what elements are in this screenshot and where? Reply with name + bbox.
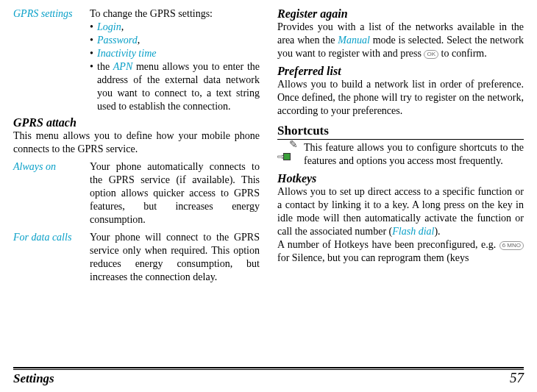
shortcut-icon: ✎ ⇨: [277, 141, 298, 162]
key-6-icon: 6 MNO: [499, 241, 524, 250]
for-data-desc: Your phone will connect to the GPRS serv…: [90, 231, 260, 284]
hotkeys-p2a: A number of Hotkeys have been preconfigu…: [277, 239, 499, 250]
apn-pre: the: [97, 61, 113, 72]
register-body: Provides you with a list of the networks…: [277, 21, 524, 60]
arrow-icon: ⇨: [277, 152, 285, 162]
hotkeys-p2: A number of Hotkeys have been preconfigu…: [277, 238, 524, 265]
bullet-apn: the APN menu allows you to enter the add…: [90, 60, 260, 113]
bullet-inactivity: Inactivity time: [90, 47, 260, 60]
inactivity-label: Inactivity time: [97, 48, 156, 59]
page-footer: Settings 57: [0, 370, 537, 386]
left-column: GPRS settings To change the GPRS setting…: [13, 7, 260, 285]
gprs-attach-heading: GPRS attach: [13, 116, 260, 129]
gprs-settings-row: GPRS settings To change the GPRS setting…: [13, 7, 260, 113]
gprs-settings-desc: To change the GPRS settings: Login, Pass…: [90, 7, 260, 113]
hotkeys-p1: Allows you to set up direct access to a …: [277, 185, 524, 238]
bullet-password: Password,: [90, 34, 260, 47]
pencil-icon: ✎: [289, 140, 298, 150]
for-data-term: For data calls: [13, 231, 90, 244]
hotkeys-heading: Hotkeys: [277, 172, 524, 185]
footer-section-title: Settings: [13, 371, 54, 386]
manual-word: Manual: [338, 35, 370, 46]
login-label: Login: [97, 21, 121, 32]
for-data-row: For data calls Your phone will connect t…: [13, 231, 260, 284]
password-label: Password: [97, 35, 138, 46]
always-on-term: Always on: [13, 160, 90, 174]
shortcuts-heading: Shortcuts: [277, 124, 524, 140]
gprs-settings-list: Login, Password, Inactivity time the APN…: [90, 21, 260, 113]
register-p1c: to confirm.: [438, 48, 487, 59]
register-heading: Register again: [277, 7, 524, 21]
preferred-heading: Preferred list: [277, 65, 524, 78]
bullet-login: Login,: [90, 21, 260, 34]
gprs-settings-term: GPRS settings: [13, 7, 90, 21]
apn-word: APN: [113, 61, 132, 72]
footer-divider: [13, 367, 524, 368]
always-on-desc: Your phone automatically connects to the…: [90, 160, 260, 227]
hotkeys-p1b: ).: [434, 226, 440, 237]
preferred-body: Allows you to build a network list in or…: [277, 78, 524, 118]
flash-dial: Flash dial: [392, 226, 434, 237]
always-on-row: Always on Your phone automatically conne…: [13, 160, 260, 227]
ok-key-icon: OK: [424, 50, 438, 59]
gprs-attach-blurb: This menu allows you to define how your …: [13, 129, 260, 156]
shortcuts-row: ✎ ⇨ This feature allows you to configure…: [277, 141, 524, 168]
shortcuts-tip: This feature allows you to configure sho…: [304, 141, 524, 168]
hotkeys-p2b: for Silence, but you can reprogram them …: [277, 252, 469, 263]
gprs-settings-intro: To change the GPRS settings:: [90, 8, 213, 19]
right-column: Register again Provides you with a list …: [277, 7, 524, 285]
page-number: 57: [510, 370, 524, 386]
